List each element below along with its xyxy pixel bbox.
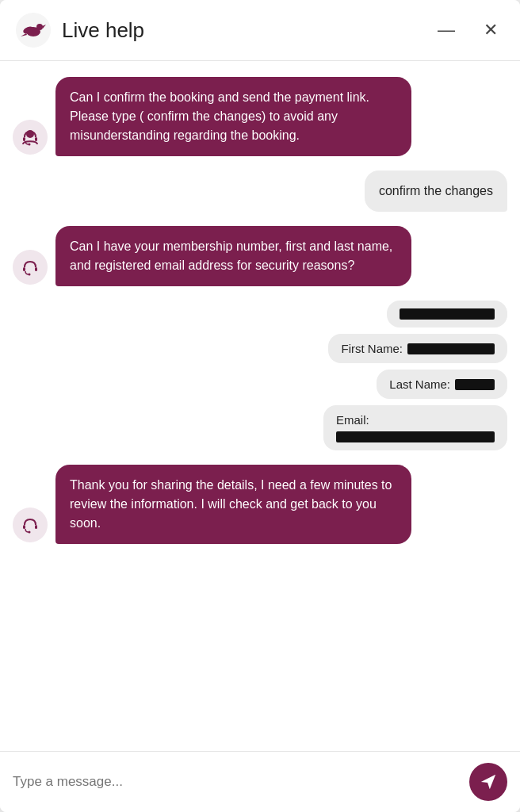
message-row: confirm the changes (13, 170, 507, 212)
chat-window: Live help — ✕ Can I co (0, 0, 520, 812)
email-bubble: Email: (323, 405, 507, 450)
message-row: Thank you for sharing the details, I nee… (13, 465, 507, 544)
svg-rect-11 (35, 267, 37, 271)
header-title: Live help (62, 18, 431, 43)
svg-rect-14 (35, 525, 37, 529)
user-info-message-row: First Name: Last Name: Email: (13, 301, 507, 450)
svg-rect-8 (35, 137, 37, 141)
minimize-button[interactable]: — (431, 18, 461, 42)
email-redacted (336, 431, 495, 442)
close-button[interactable]: ✕ (477, 18, 504, 42)
chat-input-area (0, 751, 520, 812)
lastname-redacted (455, 379, 495, 390)
send-icon (480, 773, 497, 791)
message-input[interactable] (13, 771, 461, 793)
agent-message-bubble: Can I confirm the booking and send the p… (55, 77, 411, 156)
email-label: Email: (336, 413, 369, 427)
membership-bubble (387, 301, 507, 327)
brand-logo (16, 13, 51, 48)
send-button[interactable] (469, 763, 507, 801)
chat-messages: Can I confirm the booking and send the p… (0, 61, 520, 751)
svg-point-2 (36, 24, 43, 30)
chat-header: Live help — ✕ (0, 0, 520, 61)
svg-point-9 (29, 144, 31, 146)
svg-rect-7 (23, 137, 25, 141)
lastname-label: Last Name: (389, 377, 450, 391)
agent-avatar (13, 250, 48, 285)
agent-avatar (13, 120, 48, 155)
user-info-block: First Name: Last Name: Email: (323, 301, 507, 450)
firstname-redacted (407, 343, 495, 354)
firstname-bubble: First Name: (328, 334, 507, 363)
message-row: Can I confirm the booking and send the p… (13, 77, 507, 156)
user-message-bubble: confirm the changes (365, 170, 507, 212)
svg-point-12 (29, 274, 31, 276)
agent-message-bubble: Thank you for sharing the details, I nee… (55, 465, 411, 544)
agent-message-bubble: Can I have your membership number, first… (55, 226, 411, 286)
membership-redacted (400, 308, 495, 320)
header-controls: — ✕ (431, 18, 504, 42)
svg-point-15 (29, 531, 31, 534)
agent-avatar (13, 508, 48, 542)
lastname-bubble: Last Name: (377, 370, 507, 399)
message-row: Can I have your membership number, first… (13, 226, 507, 286)
svg-rect-13 (23, 525, 25, 529)
svg-rect-10 (23, 267, 25, 271)
firstname-label: First Name: (341, 342, 403, 355)
